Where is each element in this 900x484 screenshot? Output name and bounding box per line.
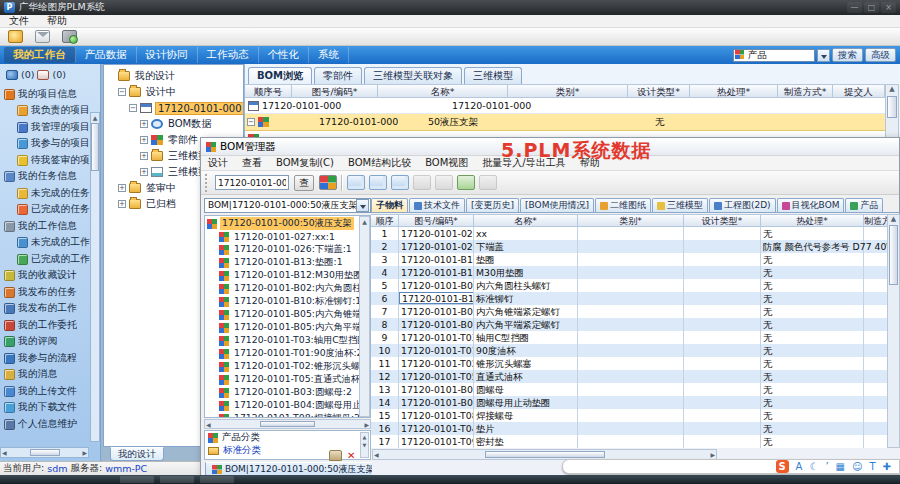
global-search-input[interactable] [733, 49, 815, 62]
table-row[interactable]: 1017120-0101-T0190度油杯无 [371, 344, 900, 357]
nav-tab[interactable]: 设计协同 [137, 47, 198, 63]
paste-bom-icon[interactable] [391, 175, 409, 190]
main-tab[interactable]: 零部件 [314, 67, 362, 84]
bom-code-input[interactable] [215, 175, 289, 190]
table-row[interactable]: −17120-0101-00050液压支架无 [245, 114, 885, 131]
delete-icon[interactable]: ✕ [347, 451, 355, 461]
sidebar-item[interactable]: 我负责的项目 [0, 103, 100, 120]
tree-expander[interactable]: + [140, 152, 148, 160]
scroll-thumb[interactable] [91, 123, 99, 171]
import-bom-icon[interactable] [457, 175, 475, 190]
table-row[interactable]: 317120-0101-B13垫圈无 [371, 253, 900, 266]
sidebar-item[interactable]: 待我签审的项目 [0, 152, 100, 169]
bom-table-vertical-scrollbar[interactable]: ▲ [887, 214, 900, 448]
column-header[interactable]: 提交人 [833, 84, 885, 98]
sidebar-item[interactable]: 我的评阅 [0, 334, 100, 351]
clear-icon[interactable] [435, 175, 453, 190]
scroll-left-arrow[interactable]: ◀ [2, 449, 7, 456]
tree-node[interactable]: +BOM数据 [104, 116, 243, 132]
sidebar-item[interactable]: 未完成的工作(2) [0, 235, 100, 252]
fullhalf-icon[interactable]: ☾ [809, 460, 818, 473]
table-row[interactable]: 1717120-0101-T09密封垫无 [371, 435, 900, 448]
scroll-thumb[interactable] [485, 451, 605, 458]
detail-tab[interactable]: 技术文件 [409, 198, 465, 212]
sogou-logo-icon[interactable]: S [776, 460, 789, 473]
lamp-icon[interactable] [8, 30, 23, 43]
search-type-dropdown[interactable] [817, 49, 830, 62]
sidebar-item[interactable]: 我的下载文件 [0, 400, 100, 417]
column-header[interactable]: 图号/编码* [292, 84, 378, 98]
scroll-thumb[interactable] [887, 96, 897, 118]
column-header[interactable]: 热处理* [690, 84, 778, 98]
sidebar-vertical-scrollbar[interactable]: ▲ [90, 112, 100, 442]
bom-tree-dropdown[interactable]: BOM|17120-0101-000:50液压支架 [204, 198, 371, 213]
table-row[interactable]: 1517120-0101-T08焊接螺母无 [371, 409, 900, 422]
detail-tab[interactable]: 目视化BOM [777, 198, 845, 212]
scroll-thumb[interactable] [260, 421, 315, 427]
bom-tree-node[interactable]: 17120-0101-B13:垫圈:1 [207, 256, 370, 269]
account-icon[interactable]: ☺ [852, 460, 862, 473]
sidebar-item[interactable]: 未完成的任务(0) [0, 185, 100, 202]
punctuation-icon[interactable]: ’ [825, 460, 828, 473]
column-header[interactable]: 设计类型* [628, 84, 690, 98]
sidebar-horizontal-scrollbar[interactable]: ◀▶ [0, 447, 89, 458]
online-users-icon[interactable] [6, 70, 18, 80]
bom-tree-horizontal-scrollbar[interactable]: ◀▶ [204, 419, 371, 429]
mail-icon[interactable] [35, 30, 50, 43]
sidebar-item[interactable]: 已完成的任务 [0, 202, 100, 219]
menu-item[interactable]: 帮助 [38, 14, 76, 28]
bom-tree-node[interactable]: 17120-0101-B03:圆螺母:2 [207, 386, 370, 399]
tree-expander[interactable]: + [140, 120, 148, 128]
column-header[interactable]: 顺序号 [245, 84, 292, 98]
scroll-thumb[interactable] [889, 225, 898, 285]
detail-tab[interactable]: 二维图纸 [595, 198, 651, 212]
column-header[interactable]: 名称* [378, 84, 508, 98]
table-row[interactable]: 917120-0101-T03轴用C型挡圈无 [371, 331, 900, 344]
scroll-left-arrow[interactable]: ◀ [374, 451, 379, 458]
bom-tree-node[interactable]: 17120-0101-B04:圆螺母用止动垫圈:2 [207, 399, 370, 412]
tree-expander[interactable]: − [129, 104, 137, 112]
sidebar-item[interactable]: 我的上传文件 [0, 383, 100, 400]
scroll-right-arrow[interactable]: ▶ [82, 449, 87, 456]
detail-tab[interactable]: 三维模型 [652, 198, 708, 212]
sidebar-item[interactable]: 已完成的工作 [0, 251, 100, 268]
bom-tree-node[interactable]: 17120-0101-B05:内六角平端紧定螺钉:1 [207, 321, 370, 334]
sidebar-item[interactable]: 我的消息 [0, 367, 100, 384]
bom-tree-vertical-scrollbar[interactable]: ▲ [359, 216, 370, 417]
menu-item[interactable]: BOM复制(C) [269, 156, 341, 170]
paste-sub-icon[interactable] [413, 175, 431, 190]
bom-tree-node[interactable]: 17120-0101-T05:直通式油杯:2 [207, 373, 370, 386]
tree-node[interactable]: −17120-0101-000 [104, 100, 243, 116]
bom-tree-node[interactable]: 17120-0101-027:xx:1 [207, 230, 370, 243]
classify-scrollbar[interactable]: ▲▼ [360, 432, 369, 458]
sidebar-item[interactable]: 我的项目信息 [0, 86, 100, 103]
sidebar-item[interactable]: 我的工作委托 [0, 317, 100, 334]
main-tab[interactable]: BOM浏览 [248, 67, 312, 84]
search-button[interactable]: 搜索 [832, 48, 863, 62]
bom-tree-node[interactable]: 17120-0101-026:下端盖:1 [207, 243, 370, 256]
tab-my-design[interactable]: 我的设计 [110, 447, 164, 461]
sidebar-item[interactable]: 我的收藏设计 [0, 268, 100, 285]
column-header[interactable]: 图号/编码* [399, 214, 474, 227]
taskbar-button[interactable] [160, 476, 194, 483]
main-tab[interactable]: 三维模型 [464, 67, 522, 84]
tree-expander[interactable]: − [118, 88, 126, 96]
scroll-thumb[interactable] [30, 449, 60, 456]
table-row[interactable]: 717120-0101-B05内六角锥端紧定螺钉无 [371, 305, 900, 318]
column-header[interactable]: 类别* [578, 214, 684, 227]
bom-tree-node[interactable]: 17120-0101-B05:内六角锥端紧定螺钉:1 [207, 308, 370, 321]
advanced-search-button[interactable]: 高级 [865, 48, 896, 62]
sidebar-item[interactable]: 我管理的项目 [0, 119, 100, 136]
sidebar-item[interactable]: 我的工作信息 [0, 218, 100, 235]
messages-icon[interactable] [37, 70, 49, 80]
skin-icon[interactable]: T [870, 460, 876, 473]
column-header[interactable]: 类别* [508, 84, 628, 98]
bom-tree-node[interactable]: 17120-0101-T02:锥形沉头螺塞:4 [207, 360, 370, 373]
bom-tree-node[interactable]: 17120-0101-B12:M30用垫圈:1 [207, 269, 370, 282]
bom-tree-node[interactable]: 17120-0101-T01:90度油杯:2 [207, 347, 370, 360]
table-row[interactable]: 817120-0101-B05内六角平端紧定螺钉无 [371, 318, 900, 331]
nav-tab[interactable]: 产品数据 [76, 47, 137, 63]
table-row[interactable]: 417120-0101-B12M30用垫圈无 [371, 266, 900, 279]
stamp-icon[interactable] [329, 450, 342, 461]
tree-node[interactable]: 我的设计 [104, 68, 243, 84]
